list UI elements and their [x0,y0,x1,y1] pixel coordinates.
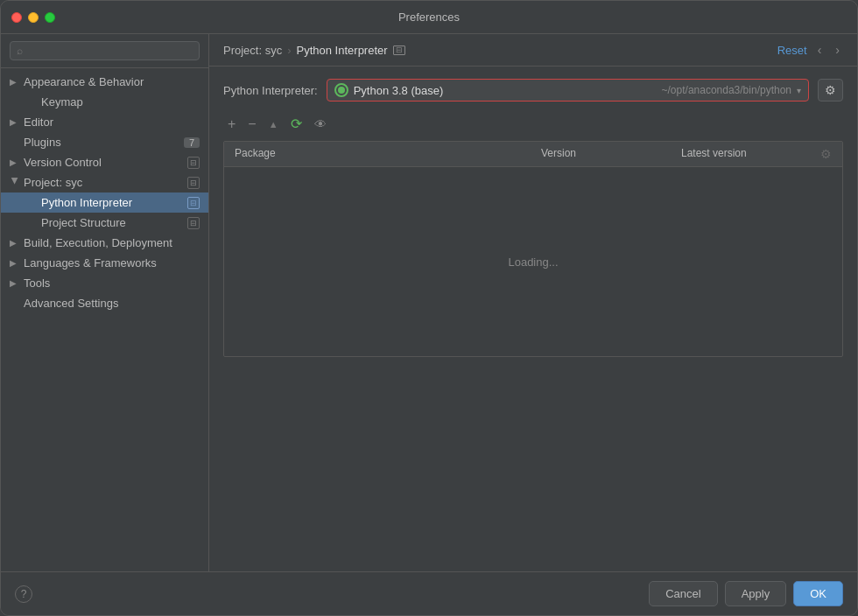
forward-button[interactable]: › [832,41,843,59]
sidebar-item-label: Plugins [24,136,180,149]
footer-left: ? [15,585,32,603]
breadcrumb-project: Project: syc [223,44,282,57]
project-icon: ⊟ [187,177,200,189]
traffic-lights [11,12,55,23]
interpreter-name: Python 3.8 (base) [354,84,655,97]
table-header: Package Version Latest version ⚙ [224,142,842,167]
sidebar-item-keymap[interactable]: ▶ Keymap [1,92,208,112]
col-version: Version [538,145,678,163]
breadcrumb: Project: syc › Python Interpreter ⊟ [223,44,405,57]
interpreter-row: Python Interpreter: Python 3.8 (base) ~/… [223,79,843,102]
footer: ? Cancel Apply OK [1,571,857,615]
breadcrumb-page-icon: ⊟ [393,46,405,55]
sidebar-item-appearance[interactable]: ▶ Appearance & Behavior [1,72,208,92]
refresh-button[interactable]: ⟳ [286,114,306,134]
sidebar-item-label: Version Control [24,156,184,169]
remove-package-button[interactable]: − [243,115,260,134]
expand-arrow-icon: ▶ [10,158,20,167]
breadcrumb-separator: › [287,44,291,57]
expand-arrow-icon: ▶ [11,178,20,188]
spacer [209,357,857,571]
sidebar-item-advanced-settings[interactable]: ▶ Advanced Settings [1,293,208,313]
ok-button[interactable]: OK [793,581,843,606]
sidebar-item-python-interpreter[interactable]: ▶ Python Interpreter ⊟ [1,192,208,213]
expand-arrow-icon: ▶ [10,258,20,268]
sidebar-item-label: Editor [24,116,200,129]
titlebar: Preferences [1,1,857,34]
sidebar-item-label: Advanced Settings [24,297,200,310]
search-input[interactable] [27,45,193,57]
sidebar-item-build[interactable]: ▶ Build, Execution, Deployment [1,233,208,253]
dropdown-arrow-icon: ▾ [797,86,801,95]
sidebar-item-label: Appearance & Behavior [24,75,200,88]
sidebar-item-editor[interactable]: ▶ Editor [1,112,208,132]
sidebar-item-label: Languages & Frameworks [24,256,200,270]
sidebar-item-label: Build, Execution, Deployment [24,236,200,249]
sidebar-item-label: Python Interpreter [41,196,184,209]
interpreter-label: Python Interpreter: [223,84,318,97]
expand-arrow-icon: ▶ [10,117,20,127]
main-content: ⌕ ▶ Appearance & Behavior ▶ Keymap ▶ [1,34,857,571]
table-body: Loading... [224,167,842,356]
maximize-button[interactable] [45,12,55,23]
back-button[interactable]: ‹ [814,41,826,59]
interpreter-select[interactable]: Python 3.8 (base) ~/opt/anaconda3/bin/py… [327,79,809,102]
sidebar-item-label: Project Structure [41,216,184,229]
interpreter-path: ~/opt/anaconda3/bin/python [662,84,791,96]
sidebar-item-label: Project: syc [24,176,184,189]
search-wrapper[interactable]: ⌕ [10,41,200,60]
footer-right: Cancel Apply OK [649,581,843,606]
sidebar-item-project[interactable]: ▶ Project: syc ⊟ [1,172,208,192]
search-bar: ⌕ [1,34,208,68]
plugins-badge: 7 [184,137,200,148]
window-title: Preferences [398,10,460,24]
minimize-button[interactable] [28,12,39,23]
vcs-icon: ⊟ [187,157,200,169]
sidebar-item-project-structure[interactable]: ▶ Project Structure ⊟ [1,213,208,233]
main-panel: Project: syc › Python Interpreter ⊟ Rese… [209,34,857,571]
apply-button[interactable]: Apply [725,581,787,606]
interpreter-icon: ⊟ [187,197,200,209]
up-button[interactable]: ▲ [264,117,283,131]
packages-table: Package Version Latest version ⚙ Loading… [223,141,843,357]
cancel-button[interactable]: Cancel [649,581,717,606]
panel-header: Project: syc › Python Interpreter ⊟ Rese… [209,34,857,66]
col-latest-version: Latest version ⚙ [678,145,835,163]
sidebar-nav: ▶ Appearance & Behavior ▶ Keymap ▶ Edito… [1,68,208,571]
settings-icon-area: ⚙ [820,147,832,161]
close-button[interactable] [11,12,22,23]
preferences-window: Preferences ⌕ ▶ Appearance & Behavior ▶ [0,0,858,616]
panel-header-actions: Reset ‹ › [777,41,843,59]
help-button[interactable]: ? [15,585,32,603]
interpreter-section: Python Interpreter: Python 3.8 (base) ~/… [209,66,857,114]
expand-arrow-icon: ▶ [10,278,20,288]
sidebar-item-tools[interactable]: ▶ Tools [1,273,208,293]
sidebar-item-label: Keymap [41,95,200,108]
expand-arrow-icon: ▶ [10,77,20,87]
sidebar-item-plugins[interactable]: ▶ Plugins 7 [1,132,208,152]
search-icon: ⌕ [17,45,23,57]
sidebar-item-languages[interactable]: ▶ Languages & Frameworks [1,253,208,273]
show-early-releases-button[interactable]: 👁 [310,116,331,133]
gear-button[interactable]: ⚙ [818,79,843,102]
expand-arrow-icon: ▶ [10,238,20,248]
sidebar-item-label: Tools [24,276,200,290]
structure-icon: ⊟ [187,217,200,229]
packages-toolbar: + − ▲ ⟳ 👁 [209,114,857,141]
col-package: Package [231,145,538,163]
add-package-button[interactable]: + [223,115,240,134]
sidebar: ⌕ ▶ Appearance & Behavior ▶ Keymap ▶ [1,34,209,571]
loading-indicator: Loading... [508,256,558,269]
sidebar-item-version-control[interactable]: ▶ Version Control ⊟ [1,152,208,172]
reset-button[interactable]: Reset [777,44,807,57]
breadcrumb-current: Python Interpreter [297,44,388,57]
python-status-icon [334,83,348,97]
